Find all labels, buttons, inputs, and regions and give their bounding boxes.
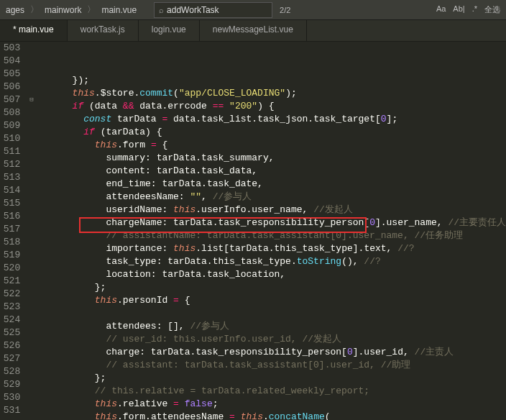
fold-marker xyxy=(27,339,36,352)
opt-selectall[interactable]: 全选 xyxy=(484,4,500,15)
line-number: 526 xyxy=(0,339,20,352)
fold-marker xyxy=(27,262,36,275)
fold-gutter: ⊟ xyxy=(27,42,36,420)
top-bar: ages 〉 mainwork 〉 main.vue ⌕ 2/2 Aa Ab| … xyxy=(0,0,506,20)
search-options: Aa Ab| .* 全选 xyxy=(436,4,506,15)
fold-marker xyxy=(27,55,36,68)
search-input[interactable] xyxy=(167,5,267,15)
fold-marker xyxy=(27,210,36,223)
code-line[interactable]: importance: this.list[tarData.this_task_… xyxy=(39,242,506,255)
line-number: 504 xyxy=(0,55,20,68)
code-line[interactable]: chargeName: tarData.task_responsibility_… xyxy=(39,216,506,229)
code-line[interactable]: const tarData = data.task_list.task_json… xyxy=(39,113,506,126)
opt-case[interactable]: Aa xyxy=(436,4,446,15)
line-number: 519 xyxy=(0,249,20,262)
line-number: 508 xyxy=(0,106,20,119)
tab-main-vue[interactable]: main.vue xyxy=(0,20,68,41)
line-number: 521 xyxy=(0,275,20,288)
line-number: 528 xyxy=(0,365,20,378)
line-number: 523 xyxy=(0,301,20,314)
fold-marker xyxy=(27,404,36,417)
search-icon: ⌕ xyxy=(159,6,164,14)
tab-bar: main.vueworkTask.jslogin.vuenewMessageLi… xyxy=(0,20,506,42)
code-line[interactable]: end_time: tarData.task_date, xyxy=(39,178,506,191)
fold-marker xyxy=(27,365,36,378)
fold-marker xyxy=(27,288,36,301)
line-number: 531 xyxy=(0,404,20,417)
code-line[interactable]: content: tarData.task_data, xyxy=(39,165,506,178)
code-line[interactable]: this.personId = { xyxy=(39,294,506,307)
fold-marker xyxy=(27,132,36,145)
fold-marker xyxy=(27,119,36,132)
line-number: 518 xyxy=(0,236,20,249)
breadcrumb-item[interactable]: mainwork xyxy=(39,5,87,15)
line-number: 515 xyxy=(0,197,20,210)
code-line[interactable]: }; xyxy=(39,281,506,294)
fold-marker xyxy=(27,378,36,391)
fold-marker xyxy=(27,68,36,81)
line-number: 514 xyxy=(0,184,20,197)
tab-newMessageList-vue[interactable]: newMessageList.vue xyxy=(200,20,307,41)
fold-marker xyxy=(27,81,36,93)
line-number: 520 xyxy=(0,262,20,275)
code-area[interactable]: }); this.$store.commit("app/CLOSE_LOADIN… xyxy=(36,42,506,420)
fold-marker xyxy=(27,275,36,288)
code-line[interactable]: location: tarData.task_location, xyxy=(39,268,506,281)
code-line[interactable]: this.form = { xyxy=(39,139,506,152)
fold-marker xyxy=(27,42,36,55)
code-line[interactable]: summary: tarData.task_summary, xyxy=(39,152,506,165)
code-line[interactable]: if (data && data.errcode == "200") { xyxy=(39,100,506,113)
code-line[interactable]: attendees: [], //参与人 xyxy=(39,320,506,333)
code-line[interactable]: // assistant: tarData.task_assistant[0].… xyxy=(39,359,506,372)
opt-regex[interactable]: .* xyxy=(472,4,477,15)
line-number: 517 xyxy=(0,223,20,236)
line-number: 510 xyxy=(0,132,20,145)
fold-marker xyxy=(27,236,36,249)
code-line[interactable]: useridName: this.userInfo.user_name, //发… xyxy=(39,204,506,216)
line-number: 505 xyxy=(0,68,20,81)
line-number: 530 xyxy=(0,391,20,404)
tab-workTask-js[interactable]: workTask.js xyxy=(68,20,139,41)
code-line[interactable] xyxy=(39,307,506,320)
fold-marker xyxy=(27,171,36,184)
line-number: 507 xyxy=(0,93,20,106)
breadcrumb-sep: 〉 xyxy=(87,4,96,16)
line-number: 529 xyxy=(0,378,20,391)
editor[interactable]: 5035045055065075085095105115125135145155… xyxy=(0,42,506,420)
line-number: 503 xyxy=(0,42,20,55)
code-line[interactable]: charge: tarData.task_responsibility_pers… xyxy=(39,346,506,359)
code-line[interactable]: }); xyxy=(39,74,506,87)
fold-marker xyxy=(27,197,36,210)
fold-marker xyxy=(27,145,36,158)
line-number: 522 xyxy=(0,288,20,301)
fold-marker xyxy=(27,391,36,404)
fold-marker xyxy=(27,327,36,339)
breadcrumb-sep: 〉 xyxy=(30,4,39,16)
tab-login-vue[interactable]: login.vue xyxy=(139,20,200,41)
breadcrumb-item[interactable]: ages xyxy=(0,5,30,15)
code-line[interactable]: if (tarData) { xyxy=(39,126,506,139)
code-line[interactable]: // this.relative = tarData.related_weekl… xyxy=(39,385,506,398)
search-count: 2/2 xyxy=(280,6,290,14)
line-number: 524 xyxy=(0,314,20,327)
code-line[interactable]: this.form.attendeesName = this.concatNam… xyxy=(39,411,506,420)
code-line[interactable]: }; xyxy=(39,372,506,385)
code-line[interactable]: attendeesName: "", //参与人 xyxy=(39,191,506,204)
line-number: 511 xyxy=(0,145,20,158)
line-number: 512 xyxy=(0,158,20,171)
breadcrumb-item[interactable]: main.vue xyxy=(96,5,142,15)
fold-marker xyxy=(27,184,36,197)
line-number: 513 xyxy=(0,171,20,184)
code-line[interactable]: // assistantName: tarData.task_assistant… xyxy=(39,229,506,242)
code-line[interactable]: // user_id: this.userInfo.user_id, //发起人 xyxy=(39,333,506,346)
line-number-gutter: 5035045055065075085095105115125135145155… xyxy=(0,42,27,420)
code-line[interactable]: this.relative = false; xyxy=(39,398,506,411)
code-line[interactable]: task_type: tarData.this_task_type.toStri… xyxy=(39,255,506,268)
opt-word[interactable]: Ab| xyxy=(453,4,464,15)
fold-marker[interactable]: ⊟ xyxy=(27,93,36,106)
fold-marker xyxy=(27,352,36,365)
fold-marker xyxy=(27,158,36,171)
code-line[interactable]: this.$store.commit("app/CLOSE_LOADING"); xyxy=(39,87,506,100)
fold-marker xyxy=(27,314,36,327)
fold-marker xyxy=(27,301,36,314)
